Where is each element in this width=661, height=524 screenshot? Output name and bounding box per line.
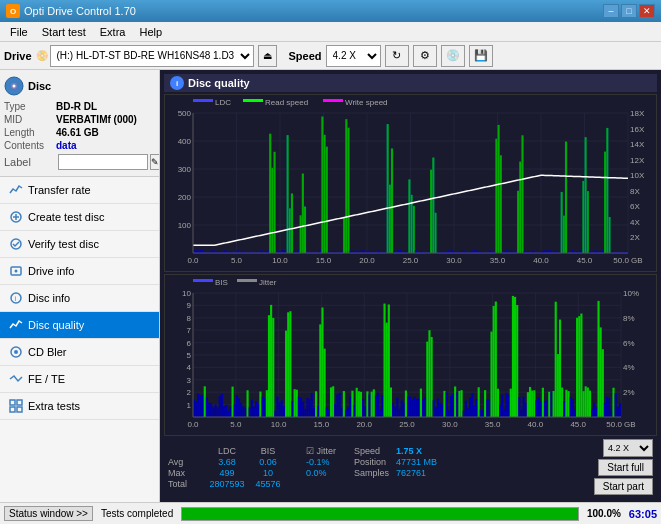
settings-button[interactable]: ⚙ [413, 45, 437, 67]
total-bis: 45576 [250, 479, 286, 489]
app-icon: O [6, 4, 20, 18]
cd-bler-icon [8, 344, 24, 360]
svg-rect-15 [10, 407, 15, 412]
nav-transfer-rate[interactable]: Transfer rate [0, 177, 159, 204]
nav-disc-quality-label: Disc quality [28, 319, 84, 331]
svg-point-2 [13, 85, 16, 88]
speed-select[interactable]: 4.2 X [326, 45, 381, 67]
nav-items: Transfer rate Create test disc Verify te… [0, 177, 159, 502]
speed-value-stat: 1.75 X [396, 446, 422, 456]
progress-percent: 100.0% [587, 508, 621, 519]
content-area: i Disc quality LDC BIS [160, 70, 661, 502]
position-label: Position [354, 457, 394, 467]
disc-quality-header: i Disc quality [164, 74, 657, 92]
top-chart [164, 94, 657, 272]
sidebar: Disc Type BD-R DL MID VERBATIMf (000) Le… [0, 70, 160, 502]
nav-drive-info[interactable]: Drive info [0, 258, 159, 285]
speed-label-stat: Speed [354, 446, 394, 456]
start-speed-select[interactable]: 4.2 X [603, 439, 653, 457]
status-window-button[interactable]: Status window >> [4, 506, 93, 521]
nav-verify-test-disc[interactable]: Verify test disc [0, 231, 159, 258]
bottom-chart [164, 274, 657, 436]
nav-drive-info-label: Drive info [28, 265, 74, 277]
disc-info-icon: i [8, 290, 24, 306]
avg-ldc: 3.68 [206, 457, 248, 467]
nav-fe-te-label: FE / TE [28, 373, 65, 385]
main-area: Disc Type BD-R DL MID VERBATIMf (000) Le… [0, 70, 661, 502]
nav-transfer-rate-label: Transfer rate [28, 184, 91, 196]
drive-info-icon [8, 263, 24, 279]
chart-area [164, 94, 657, 436]
extra-tests-icon [8, 398, 24, 414]
label-edit-button[interactable]: ✎ [150, 154, 160, 170]
status-time: 63:05 [629, 508, 657, 520]
statusbar: Status window >> Tests completed 100.0% … [0, 502, 661, 524]
verify-disc-icon [8, 236, 24, 252]
position-value: 47731 MB [396, 457, 437, 467]
nav-fe-te[interactable]: FE / TE [0, 366, 159, 393]
start-full-button[interactable]: Start full [598, 459, 653, 476]
eject-button[interactable]: ⏏ [258, 45, 277, 67]
menu-help[interactable]: Help [133, 24, 168, 40]
window-controls[interactable]: – □ ✕ [603, 4, 655, 18]
nav-extra-tests[interactable]: Extra tests [0, 393, 159, 420]
length-key: Length [4, 127, 56, 138]
drive-select[interactable]: (H:) HL-DT-ST BD-RE WH16NS48 1.D3 [50, 45, 254, 67]
stats-bar: LDC BIS ☑ Jitter Speed 1.75 X Avg 3.68 0… [164, 436, 657, 498]
nav-cd-bler[interactable]: CD Bler [0, 339, 159, 366]
fe-te-icon [8, 371, 24, 387]
maximize-button[interactable]: □ [621, 4, 637, 18]
nav-extra-tests-label: Extra tests [28, 400, 80, 412]
nav-create-test-disc-label: Create test disc [28, 211, 104, 223]
svg-point-8 [15, 270, 18, 273]
progress-fill [182, 508, 578, 520]
nav-disc-quality[interactable]: Disc quality [0, 312, 159, 339]
disc-quality-icon [8, 317, 24, 333]
col-jitter-check: ☑ Jitter [306, 446, 352, 456]
nav-disc-info-label: Disc info [28, 292, 70, 304]
svg-point-12 [14, 350, 18, 354]
max-ldc: 499 [206, 468, 248, 478]
save-button[interactable]: 💾 [469, 45, 493, 67]
disc-section-title: Disc [28, 80, 51, 92]
avg-bis: 0.06 [250, 457, 286, 467]
nav-verify-test-disc-label: Verify test disc [28, 238, 99, 250]
minimize-button[interactable]: – [603, 4, 619, 18]
length-val: 46.61 GB [56, 127, 99, 138]
contents-val: data [56, 140, 77, 151]
label-input[interactable] [58, 154, 148, 170]
titlebar-title: Opti Drive Control 1.70 [24, 5, 136, 17]
menu-extra[interactable]: Extra [94, 24, 132, 40]
nav-disc-info[interactable]: i Disc info [0, 285, 159, 312]
max-label: Max [168, 468, 204, 478]
drive-label: Drive [4, 50, 32, 62]
titlebar: O Opti Drive Control 1.70 – □ ✕ [0, 0, 661, 22]
max-jitter: 0.0% [306, 468, 352, 478]
progress-bar [181, 507, 579, 521]
nav-create-test-disc[interactable]: Create test disc [0, 204, 159, 231]
disc-quality-icon-header: i [170, 76, 184, 90]
refresh-button[interactable]: ↻ [385, 45, 409, 67]
avg-label: Avg [168, 457, 204, 467]
menu-file[interactable]: File [4, 24, 34, 40]
total-ldc: 2807593 [206, 479, 248, 489]
create-disc-icon [8, 209, 24, 225]
disc-section: Disc Type BD-R DL MID VERBATIMf (000) Le… [0, 70, 159, 177]
disc-button[interactable]: 💿 [441, 45, 465, 67]
menu-start-test[interactable]: Start test [36, 24, 92, 40]
drive-toolbar: Drive 📀 (H:) HL-DT-ST BD-RE WH16NS48 1.D… [0, 42, 661, 70]
nav-cd-bler-label: CD Bler [28, 346, 67, 358]
max-bis: 10 [250, 468, 286, 478]
contents-key: Contents [4, 140, 56, 151]
svg-rect-13 [10, 400, 15, 405]
disc-icon [4, 76, 24, 96]
titlebar-left: O Opti Drive Control 1.70 [6, 4, 136, 18]
svg-rect-16 [17, 407, 22, 412]
col-bis-header: BIS [250, 446, 286, 456]
start-part-button[interactable]: Start part [594, 478, 653, 495]
mid-val: VERBATIMf (000) [56, 114, 137, 125]
type-key: Type [4, 101, 56, 112]
close-button[interactable]: ✕ [639, 4, 655, 18]
svg-text:i: i [15, 295, 17, 302]
total-label: Total [168, 479, 204, 489]
